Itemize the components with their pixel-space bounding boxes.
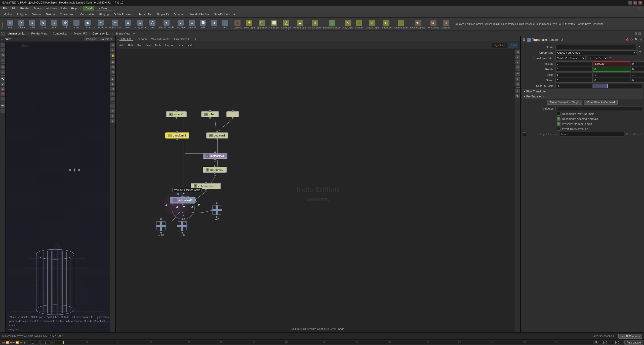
shelf-sphere[interactable]: ●Sphere	[16, 19, 27, 29]
tab-terrain-fx[interactable]: Terrain FX	[136, 12, 154, 17]
vtool-ne-options[interactable]: ⊡	[515, 65, 520, 70]
vtool-ne-connect[interactable]: ⊕	[515, 82, 520, 86]
tab-animation-editor[interactable]: Animation E...	[6, 31, 27, 36]
tab-constraints[interactable]: Constraints	[78, 12, 97, 17]
minimize-button[interactable]: —	[628, 1, 632, 5]
output-attr-input[interactable]	[560, 132, 625, 136]
shelf-gi-light[interactable]: ⊡GI Light	[353, 19, 365, 31]
shelf-line[interactable]: —Line	[71, 19, 82, 29]
vtool-ne-zoom-out[interactable]: -	[515, 60, 520, 64]
perspective-dropdown[interactable]: Persp ▼	[85, 37, 98, 41]
node-menu-view[interactable]: View	[143, 44, 152, 47]
viewport-menu-icon[interactable]: ☰	[1, 38, 3, 40]
prop-input-shear-y[interactable]	[593, 78, 630, 83]
tab-scene-view[interactable]: Scene View	[113, 31, 132, 36]
menu-help[interactable]: Help	[69, 6, 79, 11]
vtool-r-bottom4[interactable]: ℹ	[110, 119, 115, 123]
tab-geometry-s[interactable]: Geometry S...	[91, 31, 112, 36]
prop-input-sx[interactable]	[555, 73, 593, 77]
menu-render[interactable]: Render	[18, 6, 31, 11]
vtool-r-display5[interactable]: ⬡	[110, 97, 115, 101]
shelf-area-light[interactable]: ⬜Area Light	[268, 19, 280, 31]
key-all-channels-btn[interactable]: Key All Channels	[618, 334, 642, 339]
layout-icon[interactable]: ⊞	[635, 32, 637, 35]
node-canvas[interactable]: Indie Edition Geometry	[116, 49, 520, 332]
node-tab-plus[interactable]: +	[193, 37, 197, 41]
vtool-place[interactable]: 📍	[1, 92, 5, 96]
shelf-curve-bezier[interactable]: ∿Curve Bezier	[93, 19, 108, 29]
shelf-volume-light[interactable]: ☁Volume Light	[292, 19, 307, 31]
props-pin-icon[interactable]: 📌	[625, 38, 629, 41]
vtool-ne-list[interactable]: ☰	[515, 72, 520, 76]
tab-particle-fluids[interactable]: Particle Fluids	[508, 23, 524, 25]
vtool-pose[interactable]: 🦴	[1, 77, 5, 81]
shelf-draw-curve[interactable]: ✏Draw Curve	[108, 19, 122, 29]
maximize-button[interactable]: □	[633, 1, 637, 5]
props-expand-icon[interactable]: ⬡	[630, 38, 633, 41]
prop-input-sy[interactable]	[593, 73, 630, 77]
prop-input-shear-x[interactable]	[555, 78, 593, 83]
tab-simple-fx[interactable]: Simple FX	[154, 12, 172, 17]
tab-sidefx-labs[interactable]: SideFX Labs	[212, 12, 232, 17]
tab-drive-simulation[interactable]: Drive Simulation	[585, 23, 603, 25]
shelf-env-light[interactable]: 🌐Environment Light	[322, 19, 342, 31]
node-menu-tools[interactable]: Tools	[153, 44, 163, 47]
prop-input-rz[interactable]	[631, 67, 644, 72]
node-sphere1[interactable]: ● sphere1	[166, 111, 187, 117]
vtool-ne-search[interactable]: 🔍	[515, 94, 520, 98]
shelf-distant-light[interactable]: ⊕Distant Light	[307, 19, 322, 31]
tab-polygon[interactable]: Polygon	[14, 12, 29, 17]
timeline-rec-btn[interactable]: ⏺	[23, 341, 26, 344]
node-menu-go[interactable]: Go	[136, 44, 142, 47]
vtool-r-snap[interactable]: ⊕	[110, 43, 115, 47]
prop-input-group[interactable]	[555, 45, 637, 49]
node-vellumfluid1[interactable]: ▶ ▲ ▶ ▶ ▶ ▲ ▶ ⋮ vellumfluid1	[170, 197, 195, 203]
node-menu-layout[interactable]: Layout	[164, 44, 175, 47]
vtool-scale[interactable]: ⤢	[1, 58, 5, 62]
vtool-r-display1[interactable]: ◉	[110, 77, 115, 81]
view-options-icon[interactable]: ▤	[638, 32, 641, 35]
shelf-spiral[interactable]: ◑Spiral	[209, 19, 220, 29]
shelf-tube[interactable]: ⌀Tube	[27, 19, 38, 29]
tab-pyro-fx[interactable]: Pyro FX	[552, 23, 561, 25]
node-null0[interactable]: null0	[155, 220, 167, 232]
vtool-move[interactable]: ✛	[1, 48, 5, 52]
tab-render-view[interactable]: Render View	[29, 31, 49, 36]
tab-crowds[interactable]: Crowds	[576, 23, 584, 25]
vtool-r-bottom1[interactable]: ⋮	[110, 104, 115, 108]
checkbox-it[interactable]	[557, 127, 560, 131]
shelf-camera[interactable]: 🎥Camera	[232, 19, 243, 31]
vtool-ne-grid[interactable]: #	[515, 77, 520, 81]
move-centroid-btn[interactable]: Move Centroid to Origin	[547, 100, 582, 105]
vtool-r-display4[interactable]: ◇	[110, 92, 115, 96]
prop-input-sz[interactable]	[631, 73, 644, 77]
node-menu-labs[interactable]: Labs	[176, 44, 185, 47]
checkbox-ran[interactable]: ✓	[557, 117, 560, 121]
prop-select-transform-order[interactable]: Scale Rot Trans Scale Trans Rot	[555, 56, 586, 60]
prop-input-attributes[interactable]	[555, 106, 642, 111]
tab-wires[interactable]: Wires	[568, 23, 575, 25]
node-pane-icon[interactable]: ☰	[117, 38, 119, 40]
prop-input-tx[interactable]	[555, 61, 593, 66]
timeline-next-btn[interactable]: ⏩	[15, 341, 19, 344]
tab-grains[interactable]: Grains	[476, 23, 483, 25]
node-tab-material-palette[interactable]: Material Palette	[149, 38, 172, 41]
tab-particles[interactable]: Particles	[465, 23, 475, 25]
shelf-portal-light[interactable]: ⊟Portal Light	[380, 19, 393, 31]
frame-end-input[interactable]	[40, 340, 50, 345]
tab-motion-fx[interactable]: Motion FX	[72, 31, 89, 36]
menu-edit[interactable]: Edit	[10, 6, 18, 11]
prop-input-ty[interactable]	[593, 61, 630, 66]
shelf-point-light[interactable]: 💡Point Light	[243, 19, 256, 31]
shelf-grid[interactable]: #Grid	[49, 19, 60, 29]
shelf-spray-paint[interactable]: ⊙Spray Paint	[133, 19, 147, 29]
range-start-input[interactable]	[599, 340, 610, 345]
timeline-play-btn[interactable]: ▶	[13, 341, 15, 344]
move-pivot-btn[interactable]: Move Pivot to Centroid	[584, 100, 617, 105]
shelf-torus[interactable]: ⊕Torus	[38, 19, 49, 29]
menu-windows[interactable]: Windows	[44, 6, 59, 11]
shelf-path[interactable]: ⊞Path	[122, 19, 133, 29]
shelf-geometry-light[interactable]: ◈Geo GeometryLight	[280, 19, 292, 31]
vtool-ne-zoom-in[interactable]: +	[515, 55, 520, 59]
vtool-r-view1[interactable]: ▣	[110, 60, 115, 64]
